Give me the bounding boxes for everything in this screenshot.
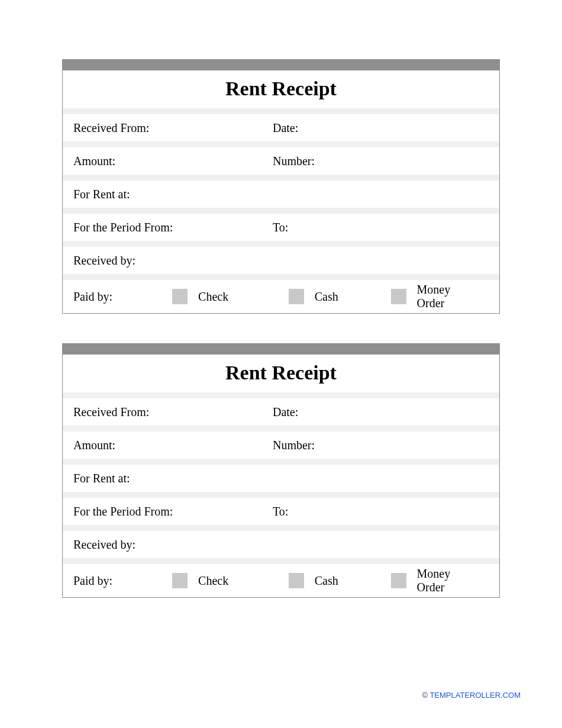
row-divider [63, 392, 499, 398]
row-received-by: Received by: [63, 247, 499, 274]
copyright-symbol: © [422, 691, 428, 700]
checkbox-check[interactable] [172, 289, 188, 304]
checkbox-cash[interactable] [289, 573, 304, 588]
label-received-by: Received by: [73, 538, 273, 552]
label-cash: Cash [315, 290, 338, 304]
row-for-rent-at: For Rent at: [63, 465, 499, 492]
checkbox-cash[interactable] [289, 289, 304, 304]
row-received-from: Received From: Date: [63, 398, 499, 426]
label-paid-by: Paid by: [73, 574, 172, 588]
row-divider [63, 459, 499, 465]
title-row: Rent Receipt [63, 355, 499, 392]
label-period-from: For the Period From: [73, 505, 273, 518]
label-paid-by: Paid by: [73, 290, 172, 304]
rent-receipt-1: Rent Receipt Received From: Date: Amount… [62, 59, 500, 314]
row-period: For the Period From: To: [63, 498, 499, 525]
label-for-rent-at: For Rent at: [73, 472, 273, 485]
label-money-order: Money Order [417, 283, 477, 310]
label-check: Check [198, 290, 228, 304]
receipt-title: Rent Receipt [63, 78, 499, 100]
row-divider [63, 108, 499, 114]
page: Rent Receipt Received From: Date: Amount… [0, 0, 562, 598]
rent-receipt-2: Rent Receipt Received From: Date: Amount… [62, 343, 500, 598]
checkbox-check[interactable] [172, 573, 188, 588]
row-amount: Amount: Number: [63, 147, 499, 175]
row-divider [63, 141, 499, 147]
payment-option-cash: Cash [289, 289, 379, 304]
label-amount: Amount: [73, 439, 273, 452]
row-period: For the Period From: To: [63, 214, 499, 241]
row-paid-by: Paid by: Check Cash Money Order [63, 564, 499, 597]
row-paid-by: Paid by: Check Cash Money Order [63, 280, 499, 313]
label-period-to: To: [273, 221, 489, 234]
row-received-by: Received by: [63, 531, 499, 558]
label-amount: Amount: [73, 154, 273, 168]
row-divider [63, 175, 499, 181]
payment-option-cash: Cash [289, 573, 379, 588]
footer: © TEMPLATEROLLER.COM [422, 691, 521, 700]
title-row: Rent Receipt [63, 70, 499, 108]
row-divider [63, 558, 499, 564]
receipt-title: Rent Receipt [63, 362, 499, 384]
label-money-order: Money Order [417, 567, 477, 594]
payment-option-check: Check [172, 573, 277, 588]
label-cash: Cash [315, 574, 338, 588]
row-divider [63, 274, 499, 280]
label-received-from: Received From: [73, 405, 273, 419]
payment-option-check: Check [172, 289, 277, 304]
row-divider [63, 426, 499, 431]
label-number: Number: [273, 439, 489, 452]
label-date: Date: [273, 121, 489, 135]
row-received-from: Received From: Date: [63, 114, 499, 141]
label-received-by: Received by: [73, 254, 273, 268]
receipt-top-bar [63, 60, 499, 70]
row-divider [63, 525, 499, 531]
label-received-from: Received From: [73, 121, 273, 135]
checkbox-money-order[interactable] [391, 573, 406, 588]
label-for-rent-at: For Rent at: [73, 188, 273, 201]
payment-option-money-order: Money Order [391, 567, 477, 594]
label-period-from: For the Period From: [73, 221, 273, 234]
footer-link[interactable]: TEMPLATEROLLER.COM [429, 691, 521, 700]
row-divider [63, 208, 499, 214]
label-period-to: To: [273, 505, 489, 518]
label-check: Check [198, 574, 228, 588]
label-date: Date: [273, 405, 489, 419]
row-amount: Amount: Number: [63, 431, 499, 459]
receipt-top-bar [63, 344, 499, 355]
label-number: Number: [273, 154, 489, 168]
row-for-rent-at: For Rent at: [63, 181, 499, 208]
checkbox-money-order[interactable] [391, 289, 406, 304]
payment-option-money-order: Money Order [391, 283, 477, 310]
row-divider [63, 492, 499, 498]
row-divider [63, 241, 499, 247]
